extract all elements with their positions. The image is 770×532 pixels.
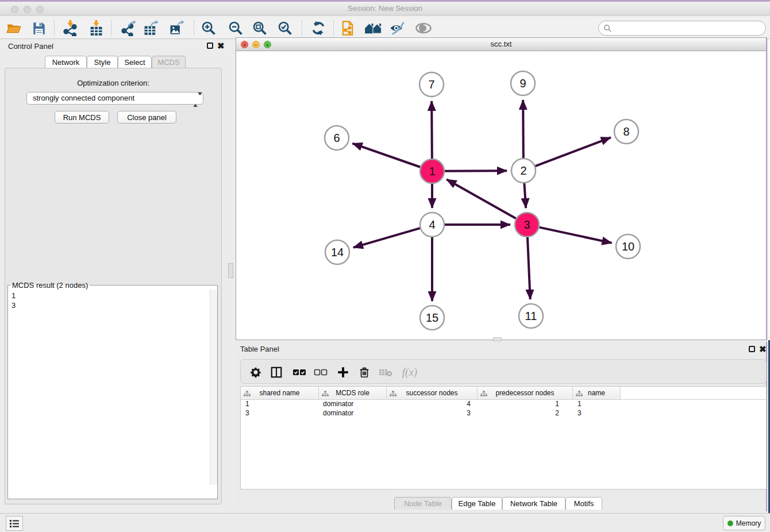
zoom-in-icon[interactable]	[198, 18, 219, 38]
column-tree-icon	[322, 390, 329, 398]
import-network-icon[interactable]	[60, 18, 80, 38]
column-tree-icon	[576, 390, 583, 398]
show-column-icon[interactable]	[267, 363, 286, 381]
tab-style[interactable]: Style	[87, 56, 118, 68]
graph-edge-2-8[interactable]	[536, 137, 611, 166]
graph-node-label-1: 1	[429, 165, 435, 178]
tab-edge-table[interactable]: Edge Table	[452, 497, 502, 510]
select-stepper-icon	[193, 94, 199, 103]
home-layout-icon[interactable]	[363, 18, 384, 38]
horizontal-splitter-handle[interactable]	[493, 337, 502, 341]
cell-predecessor-nodes: 2	[478, 409, 573, 418]
column-header-name[interactable]: name	[573, 387, 621, 399]
function-builder-icon[interactable]: f(x)	[398, 363, 421, 381]
graph-edge-3-10[interactable]	[540, 228, 612, 243]
network-maximize-icon[interactable]: +	[264, 41, 271, 48]
close-table-icon[interactable]: ✖	[759, 346, 767, 352]
export-table-icon[interactable]	[140, 18, 161, 38]
splitter-handle[interactable]	[228, 263, 233, 278]
cell-mcds-role: dominator	[319, 409, 387, 418]
birds-eye-view-icon[interactable]	[413, 18, 434, 38]
graph-node-label-4: 4	[429, 218, 435, 231]
window-close-icon[interactable]	[11, 6, 18, 13]
node-table: shared nameMCDS rolesuccessor nodesprede…	[240, 386, 767, 489]
result-scrollbar[interactable]	[210, 290, 217, 485]
graph-edge-3-11[interactable]	[528, 237, 530, 299]
zoom-fit-icon[interactable]	[249, 18, 270, 38]
control-panel-header: Control Panel ✖	[0, 39, 226, 54]
table-settings-gear-icon[interactable]	[247, 363, 265, 381]
export-network-icon[interactable]	[118, 18, 138, 38]
create-column-plus-icon[interactable]	[334, 363, 352, 381]
graph-edge-2-9[interactable]	[523, 100, 523, 158]
deselect-all-icon[interactable]	[311, 363, 330, 381]
select-all-icon[interactable]	[290, 363, 309, 381]
column-header-successor-nodes[interactable]: successor nodes	[387, 387, 478, 399]
toolbar-separator	[194, 20, 194, 36]
graph-edge-1-6[interactable]	[352, 144, 420, 167]
criterion-select[interactable]: strongly connected component	[26, 92, 203, 105]
search-input[interactable]	[611, 24, 765, 33]
graph-edge-1-7[interactable]	[432, 101, 432, 159]
import-table-icon[interactable]	[86, 18, 106, 38]
network-close-icon[interactable]: ×	[241, 41, 248, 48]
graph-edge-3-1[interactable]	[446, 179, 516, 218]
network-window-title: scc.txt	[236, 38, 766, 51]
cell-successor-nodes: 4	[387, 400, 478, 409]
column-tree-icon	[390, 390, 396, 398]
column-header-mcds-role[interactable]: MCDS role	[319, 387, 387, 399]
window-zoom-icon[interactable]	[36, 6, 44, 13]
zoom-out-icon[interactable]	[225, 18, 246, 38]
control-panel: Control Panel ✖ NetworkStyleSelectMCDS O…	[0, 39, 226, 508]
graph-node-label-14: 14	[331, 246, 344, 259]
column-header-predecessor-nodes[interactable]: predecessor nodes	[478, 387, 573, 399]
graph-edge-4-14[interactable]	[353, 228, 420, 248]
optimization-criterion-label: Optimization criterion:	[5, 79, 221, 87]
graph-node-label-9: 9	[519, 77, 526, 90]
search-field[interactable]	[598, 21, 766, 36]
zoom-selected-icon[interactable]	[275, 18, 295, 38]
cell-mcds-role: dominator	[319, 400, 387, 409]
network-minimize-icon[interactable]: −	[252, 41, 260, 48]
tab-network[interactable]: Network	[45, 56, 87, 68]
automation-panel-icon[interactable]	[6, 516, 23, 531]
save-session-icon[interactable]	[29, 18, 49, 38]
hide-graphics-details-icon[interactable]	[387, 18, 408, 38]
graph-edge-1-2[interactable]	[445, 171, 507, 171]
refresh-view-icon[interactable]	[308, 18, 329, 38]
network-view-window: × − + scc.txt 7968124314101511	[236, 37, 767, 340]
table-tabs: Node TableEdge TableNetwork TableMotifs	[236, 497, 766, 510]
tab-network-table[interactable]: Network Table	[502, 497, 565, 510]
network-canvas[interactable]: 7968124314101511	[236, 51, 765, 339]
open-session-icon[interactable]	[3, 18, 24, 38]
network-file-icon[interactable]	[337, 18, 358, 38]
run-mcds-button[interactable]: Run MCDS	[55, 111, 109, 124]
export-image-icon[interactable]	[166, 18, 187, 38]
delete-column-trash-icon[interactable]	[355, 363, 374, 381]
close-panel-icon[interactable]: ✖	[217, 43, 225, 49]
mcds-result-list: 13	[8, 290, 209, 485]
column-header-shared-name[interactable]: shared name	[241, 387, 319, 399]
table-row[interactable]: 1dominator411	[241, 400, 766, 409]
cell-predecessor-nodes: 1	[478, 400, 573, 409]
delete-table-icon[interactable]	[376, 363, 395, 381]
tab-select[interactable]: Select	[118, 56, 152, 68]
tab-node-table[interactable]: Node Table	[394, 497, 452, 510]
table-row[interactable]: 3dominator323	[241, 409, 766, 418]
session-title: Session: New Session	[0, 2, 770, 16]
memory-button[interactable]: Memory	[723, 516, 765, 530]
graph-edge-2-3[interactable]	[524, 183, 526, 208]
window-minimize-icon[interactable]	[24, 6, 31, 13]
app-titlebar: Session: New Session	[0, 0, 770, 16]
vertical-splitter	[226, 39, 236, 508]
control-panel-title: Control Panel	[8, 42, 53, 51]
close-panel-button[interactable]: Close panel	[117, 111, 176, 124]
network-window-titlebar: × − + scc.txt	[236, 38, 766, 51]
tab-motifs[interactable]: Motifs	[565, 497, 602, 510]
float-table-icon[interactable]	[749, 346, 755, 352]
graph-node-label-10: 10	[622, 240, 634, 253]
memory-status-icon	[727, 521, 733, 526]
float-panel-icon[interactable]	[207, 43, 213, 49]
mcds-tab-content: Optimization criterion: strongly connect…	[5, 68, 222, 504]
table-toolbar: f(x)	[240, 359, 767, 384]
